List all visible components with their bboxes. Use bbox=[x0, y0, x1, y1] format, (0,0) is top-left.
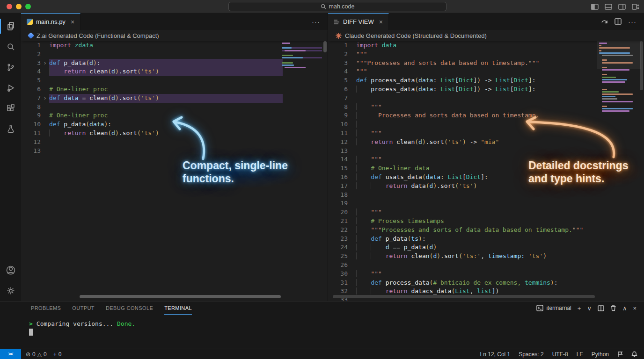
close-window-button[interactable] bbox=[7, 4, 12, 9]
ports-status[interactable]: + 0 bbox=[53, 351, 62, 358]
fold-gutter bbox=[348, 173, 356, 182]
fold-gutter bbox=[41, 129, 49, 138]
sidebar-item-extensions[interactable] bbox=[0, 98, 21, 119]
left-header-label: Z.ai Generated Code (Functional & Compac… bbox=[37, 32, 159, 39]
left-horizontal-scrollbar[interactable] bbox=[80, 295, 281, 298]
code-line[interactable]: 7›def data = clean(d).sort('ts') bbox=[21, 94, 328, 103]
terminal-instance[interactable]: itermarnal bbox=[536, 305, 571, 311]
toggle-panel-icon[interactable] bbox=[605, 4, 612, 10]
problems-status[interactable]: ⊘ 0 △ 0 bbox=[26, 351, 47, 358]
zoom-window-button[interactable] bbox=[25, 4, 31, 9]
right-horizontal-scrollbar[interactable] bbox=[333, 295, 595, 298]
split-terminal-icon[interactable] bbox=[598, 305, 604, 311]
code-line[interactable]: 24 d == p_data(d) bbox=[328, 243, 644, 252]
code-line[interactable]: 19 bbox=[328, 199, 644, 208]
code-line[interactable]: 4""" bbox=[328, 67, 644, 76]
code-text: """ bbox=[356, 270, 599, 279]
line-number: 13 bbox=[21, 147, 41, 156]
code-line[interactable]: 31 def process_data(# bnticaio de-ex-com… bbox=[328, 279, 644, 287]
code-text: def p_data(data): bbox=[49, 120, 283, 129]
bell-icon[interactable] bbox=[631, 351, 637, 357]
discard-changes-icon[interactable] bbox=[600, 18, 608, 25]
panel-tab-debug-console[interactable]: DEBUG CONSOLE bbox=[106, 302, 153, 315]
toggle-sidebar-right-icon[interactable] bbox=[618, 4, 626, 10]
code-line[interactable]: 21 # Process timestamps bbox=[328, 217, 644, 226]
code-line[interactable]: 18 bbox=[328, 191, 644, 200]
right-editor-body[interactable]: 1import data2"""3"""Processes and sorts … bbox=[328, 41, 644, 301]
sidebar-item-run-debug[interactable] bbox=[0, 78, 21, 98]
code-line[interactable]: 8 bbox=[21, 103, 328, 112]
minimap-line bbox=[599, 57, 639, 58]
left-vertical-scrollbar[interactable] bbox=[323, 41, 327, 52]
code-text: return clean(d).sort('ts:', timestamp: '… bbox=[356, 252, 599, 261]
code-line[interactable]: 20 """ bbox=[328, 208, 644, 217]
code-line[interactable]: 30 """ bbox=[328, 270, 644, 279]
sidebar-item-testing[interactable] bbox=[0, 119, 21, 139]
right-minimap[interactable] bbox=[599, 43, 639, 115]
code-line[interactable]: 5def process_data(data: List[Dict]) -> L… bbox=[328, 76, 644, 85]
panel-tab-terminal[interactable]: TERMINAL bbox=[164, 302, 192, 315]
remote-indicator[interactable]: >< bbox=[0, 349, 21, 359]
feedback-flag-icon[interactable] bbox=[617, 351, 623, 357]
minimap-line bbox=[282, 62, 322, 64]
code-line[interactable]: 8 """ bbox=[328, 103, 644, 112]
sidebar-item-settings[interactable] bbox=[0, 280, 21, 301]
close-tab-icon[interactable]: × bbox=[71, 18, 74, 26]
status-item-ln-12-col-1[interactable]: Ln 12, Col 1 bbox=[480, 351, 511, 358]
more-actions-icon[interactable]: ··· bbox=[312, 18, 320, 26]
split-editor-icon[interactable] bbox=[615, 18, 622, 25]
toggle-sidebar-left-icon[interactable] bbox=[591, 4, 599, 10]
maximize-panel-icon[interactable]: ∧ bbox=[622, 305, 627, 312]
tab-diff-view[interactable]: DIFF VIEW × bbox=[328, 13, 389, 30]
more-actions-icon[interactable]: ··· bbox=[628, 18, 637, 26]
panel-tab-output[interactable]: OUTPUT bbox=[72, 302, 95, 315]
tab-main-ns-py[interactable]: main.ns.py × bbox=[21, 13, 80, 30]
status-item-lf[interactable]: LF bbox=[577, 351, 583, 358]
terminal-dropdown-icon[interactable]: ∨ bbox=[587, 305, 592, 312]
sidebar-item-accounts[interactable] bbox=[0, 260, 21, 280]
status-item-utf-8[interactable]: UTF-8 bbox=[552, 351, 568, 358]
left-minimap[interactable] bbox=[282, 43, 322, 74]
code-line[interactable]: 1import data bbox=[328, 41, 644, 50]
right-vertical-scrollbar[interactable] bbox=[640, 41, 643, 90]
code-line[interactable]: 7 bbox=[328, 94, 644, 103]
error-count: 0 bbox=[32, 351, 36, 358]
terminal-output[interactable]: >Comparing versions... Done. bbox=[21, 315, 644, 327]
new-terminal-icon[interactable]: + bbox=[578, 305, 581, 312]
fold-gutter bbox=[348, 59, 356, 68]
command-center-search[interactable]: mah.code bbox=[228, 2, 446, 11]
trash-icon[interactable] bbox=[610, 305, 616, 311]
close-tab-icon[interactable]: × bbox=[379, 18, 383, 26]
customize-layout-icon[interactable] bbox=[632, 4, 639, 10]
line-number: 11 bbox=[328, 129, 348, 138]
status-item-spaces-2[interactable]: Spaces: 2 bbox=[519, 351, 543, 358]
code-line[interactable]: 2""" bbox=[328, 50, 644, 59]
sidebar-item-search[interactable] bbox=[0, 36, 21, 57]
code-line[interactable]: 25 return clean(d).sort('ts:', timestamp… bbox=[328, 252, 644, 261]
code-line[interactable]: 5 bbox=[21, 76, 328, 85]
minimize-window-button[interactable] bbox=[16, 4, 22, 9]
code-line[interactable]: 23 def p_data(ts): bbox=[328, 235, 644, 244]
fold-chevron-icon[interactable]: › bbox=[41, 94, 49, 103]
minimap-line bbox=[599, 91, 639, 93]
sidebar-item-explorer[interactable] bbox=[0, 16, 21, 36]
code-line[interactable]: 6 process_data(data: List[Dict]) -> List… bbox=[328, 85, 644, 94]
panel-tab-problems[interactable]: PROBLEMS bbox=[31, 302, 61, 315]
fold-gutter bbox=[348, 67, 356, 76]
minimap-line bbox=[599, 67, 639, 68]
code-line[interactable]: 6# One-liner proc bbox=[21, 85, 328, 94]
sidebar-item-source-control[interactable] bbox=[0, 57, 21, 78]
left-editor-body[interactable]: 1import zdata23›def p_data(d):4 return c… bbox=[21, 41, 328, 301]
code-line[interactable]: 22 """Processes and sorts of data data b… bbox=[328, 226, 644, 235]
fold-gutter bbox=[41, 111, 49, 120]
code-line[interactable]: 3"""Processes and sorts data based on ti… bbox=[328, 59, 644, 68]
minimap-line bbox=[282, 57, 322, 58]
close-panel-icon[interactable]: × bbox=[633, 305, 637, 312]
fold-chevron-icon[interactable]: › bbox=[41, 59, 49, 68]
fold-gutter bbox=[348, 155, 356, 164]
code-line[interactable]: 26 bbox=[328, 261, 644, 270]
status-item-python[interactable]: Python bbox=[592, 351, 609, 358]
fold-gutter bbox=[348, 41, 356, 50]
line-number: 12 bbox=[21, 138, 41, 147]
line-number: 25 bbox=[328, 252, 348, 261]
